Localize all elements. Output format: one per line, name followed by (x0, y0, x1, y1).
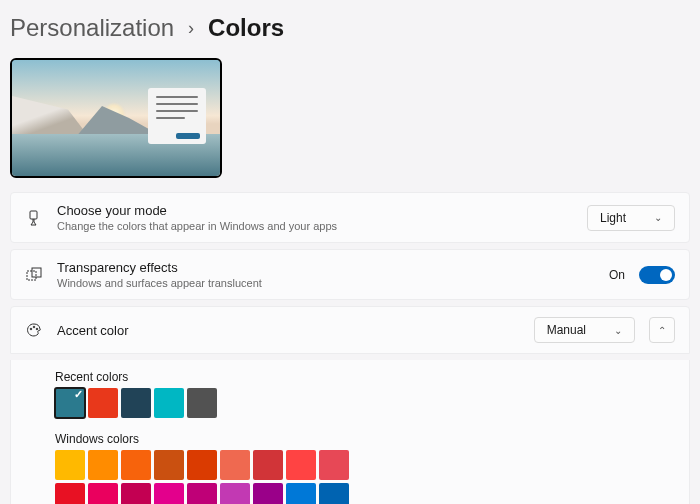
recent-color-swatch[interactable] (121, 388, 151, 418)
chevron-down-icon: ⌄ (654, 212, 662, 223)
svg-point-5 (36, 328, 38, 330)
mode-value: Light (600, 211, 626, 225)
windows-color-swatch[interactable] (55, 450, 85, 480)
windows-color-swatch[interactable] (253, 450, 283, 480)
windows-color-swatch[interactable] (121, 483, 151, 504)
page-title: Colors (208, 14, 284, 42)
windows-color-swatch[interactable] (187, 450, 217, 480)
windows-color-swatch[interactable] (187, 483, 217, 504)
windows-colors-label: Windows colors (55, 432, 675, 446)
svg-point-3 (30, 328, 32, 330)
recent-color-swatch[interactable] (55, 388, 85, 418)
windows-color-swatch[interactable] (121, 450, 151, 480)
accent-value: Manual (547, 323, 586, 337)
windows-color-swatch[interactable] (286, 450, 316, 480)
svg-point-4 (33, 326, 35, 328)
windows-color-swatch[interactable] (319, 450, 349, 480)
mode-select[interactable]: Light ⌄ (587, 205, 675, 231)
brush-icon (25, 210, 43, 226)
mode-desc: Change the colors that appear in Windows… (57, 220, 573, 232)
recent-colors-label: Recent colors (55, 370, 675, 384)
palette-icon (25, 322, 43, 338)
chevron-up-icon: ⌃ (658, 325, 666, 336)
desktop-preview (10, 58, 222, 178)
windows-color-swatch[interactable] (154, 450, 184, 480)
svg-rect-0 (30, 211, 37, 219)
chevron-down-icon: ⌄ (614, 325, 622, 336)
transparency-icon (25, 267, 43, 283)
windows-color-swatch[interactable] (253, 483, 283, 504)
choose-mode-row: Choose your mode Change the colors that … (10, 192, 690, 243)
recent-color-swatch[interactable] (154, 388, 184, 418)
accent-title: Accent color (57, 323, 520, 338)
windows-color-swatch[interactable] (55, 483, 85, 504)
mode-title: Choose your mode (57, 203, 573, 218)
transparency-row: Transparency effects Windows and surface… (10, 249, 690, 300)
preview-window (148, 88, 206, 144)
windows-color-swatch[interactable] (220, 483, 250, 504)
transparency-title: Transparency effects (57, 260, 595, 275)
recent-color-swatch[interactable] (88, 388, 118, 418)
windows-color-swatch[interactable] (319, 483, 349, 504)
accent-panel: Recent colors Windows colors (10, 360, 690, 504)
windows-color-swatch[interactable] (88, 483, 118, 504)
windows-color-swatch[interactable] (286, 483, 316, 504)
breadcrumb-parent[interactable]: Personalization (10, 14, 174, 42)
accent-row: Accent color Manual ⌄ ⌃ (10, 306, 690, 354)
windows-color-swatch[interactable] (220, 450, 250, 480)
accent-expand-button[interactable]: ⌃ (649, 317, 675, 343)
chevron-right-icon: › (188, 18, 194, 39)
accent-select[interactable]: Manual ⌄ (534, 317, 635, 343)
transparency-state: On (609, 268, 625, 282)
recent-color-swatch[interactable] (187, 388, 217, 418)
breadcrumb: Personalization › Colors (0, 0, 700, 50)
windows-swatches (55, 450, 370, 504)
transparency-toggle[interactable] (639, 266, 675, 284)
recent-swatches (55, 388, 675, 418)
windows-color-swatch[interactable] (154, 483, 184, 504)
windows-color-swatch[interactable] (88, 450, 118, 480)
transparency-desc: Windows and surfaces appear translucent (57, 277, 595, 289)
